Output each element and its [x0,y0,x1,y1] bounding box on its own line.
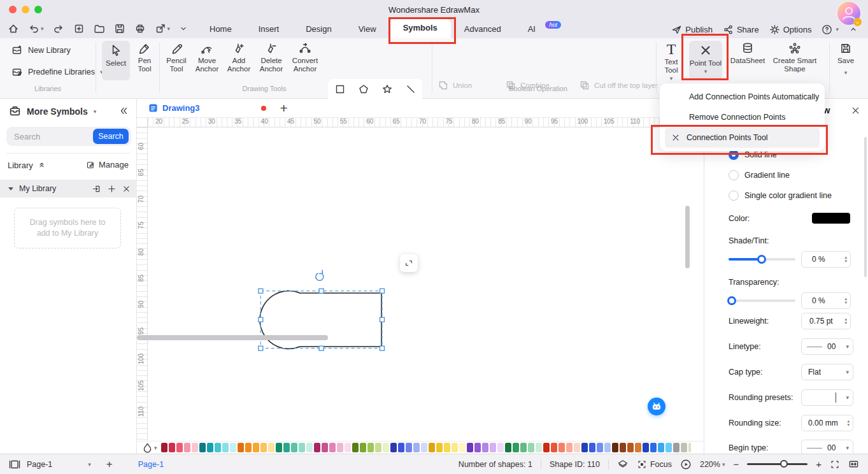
color-swatch[interactable] [306,443,313,452]
color-swatch[interactable] [459,443,466,452]
convert-anchor-button[interactable]: Convert Anchor [288,42,322,73]
search-button[interactable]: Search [93,129,129,144]
color-swatch[interactable] [474,443,481,452]
pentagon-shape-button[interactable] [359,84,369,94]
color-swatch[interactable] [665,443,672,452]
page-tab-active[interactable]: Page-1 [138,460,164,469]
undo-dropdown-arrow-icon[interactable]: ▾ [41,25,44,32]
color-swatch[interactable] [383,443,389,452]
manage-button[interactable]: Manage [86,160,129,169]
home-button[interactable] [8,23,19,34]
predefine-libraries-button[interactable]: Predefine Libraries ▾ [11,66,103,78]
tab-design[interactable]: Design [292,20,345,38]
stepper-arrows-icon[interactable]: ▴▾ [844,317,847,325]
redo-button[interactable] [53,23,64,34]
color-swatch[interactable] [505,443,511,452]
zoom-out-button[interactable]: − [733,459,739,470]
transparency-stepper[interactable]: 0 %▴▾ [801,292,851,309]
color-swatch[interactable] [345,443,351,452]
color-swatch[interactable] [620,443,626,452]
collapse-toolbar-button[interactable] [179,24,188,33]
close-panel-icon[interactable] [851,106,860,115]
rounding-size-stepper[interactable]: 0.00 mm▴▾ [801,415,853,431]
line-shape-button[interactable] [406,84,416,94]
zoom-slider-knob[interactable] [780,460,788,468]
panel-scrollbar[interactable] [864,137,867,277]
color-swatch[interactable] [398,443,404,452]
color-swatch[interactable] [421,443,427,452]
fit-width-icon[interactable] [848,459,859,470]
print-button[interactable] [134,23,146,34]
square-shape-button[interactable] [335,84,345,94]
color-swatch[interactable] [513,443,519,452]
color-swatch[interactable] [436,443,443,452]
add-page-button[interactable]: + [106,458,113,471]
color-swatch[interactable] [322,443,328,452]
color-swatch[interactable] [490,443,496,452]
color-swatch[interactable] [551,443,557,452]
color-swatch[interactable] [390,443,397,452]
color-swatch[interactable] [184,443,190,452]
color-swatch[interactable] [673,443,679,452]
shade-tint-stepper[interactable]: 0 %▴▾ [801,251,851,268]
color-swatch[interactable] [360,443,366,452]
cap-type-dropdown[interactable]: Flat▾ [801,364,853,380]
gradient-line-radio[interactable] [729,170,739,180]
color-swatch[interactable] [528,443,534,452]
line-color-swatch[interactable] [812,213,850,224]
open-button[interactable] [94,23,105,34]
color-swatch[interactable] [245,443,252,452]
stepper-arrows-icon[interactable]: ▴▾ [844,255,847,263]
share-button[interactable]: Share [723,24,759,35]
more-symbols-header[interactable]: More Symbols ▾ [9,105,96,117]
color-swatch[interactable] [589,443,595,452]
color-swatch[interactable] [429,443,435,452]
color-swatch[interactable] [222,443,229,452]
color-swatch[interactable] [283,443,290,452]
color-swatch[interactable] [375,443,381,452]
selected-shape[interactable] [252,268,427,357]
save-button[interactable] [114,23,125,34]
collapse-sidebar-button[interactable] [118,106,129,116]
zoom-in-button[interactable]: + [816,459,822,470]
fill-color-dropdown-arrow-icon[interactable]: ▾ [154,445,157,451]
color-swatch[interactable] [612,443,618,452]
publish-button[interactable]: Publish [671,24,713,35]
export-button[interactable]: ▾ [155,23,171,34]
search-input[interactable] [14,130,94,143]
text-tool-button[interactable]: T Text Tool ▾ [657,42,685,82]
new-tab-button[interactable]: + [280,103,288,114]
export-dropdown-arrow-icon[interactable]: ▾ [167,25,171,32]
move-anchor-button[interactable]: Move Anchor [192,42,222,73]
color-swatch[interactable] [597,443,603,452]
color-swatch[interactable] [627,443,634,452]
rounding-presets-dropdown[interactable]: ▾ [801,389,853,406]
new-document-button[interactable] [73,23,85,34]
tab-ai[interactable]: AIhot [515,20,557,38]
rotate-handle[interactable] [316,270,324,280]
lineweight-stepper[interactable]: 0.75 pt▴▾ [801,313,851,329]
tab-view[interactable]: View [345,20,390,38]
color-swatch[interactable] [444,443,450,452]
stepper-arrows-icon[interactable]: ▴▾ [847,419,850,427]
help-dropdown-arrow-icon[interactable]: ▾ [836,26,839,32]
zoom-level-dropdown[interactable]: 220%▾ [700,460,725,469]
add-icon[interactable] [107,184,117,194]
tab-home[interactable]: Home [196,20,245,38]
color-swatch[interactable] [329,443,336,452]
color-swatch[interactable] [169,443,175,452]
color-swatch[interactable] [253,443,259,452]
focus-button[interactable]: Focus [637,459,672,470]
color-swatch[interactable] [199,443,206,452]
color-swatch[interactable] [452,443,458,452]
color-swatch[interactable] [566,443,573,452]
color-swatch[interactable] [581,443,588,452]
close-icon[interactable] [122,185,131,193]
pencil-tool-button[interactable]: Pencil Tool [162,42,191,73]
color-swatch[interactable] [161,443,167,452]
new-library-button[interactable]: New Library [11,45,71,56]
color-swatch[interactable] [260,443,267,452]
tab-symbols[interactable]: Symbols [390,18,451,39]
color-swatch[interactable] [543,443,550,452]
star-shape-button[interactable] [382,84,392,94]
